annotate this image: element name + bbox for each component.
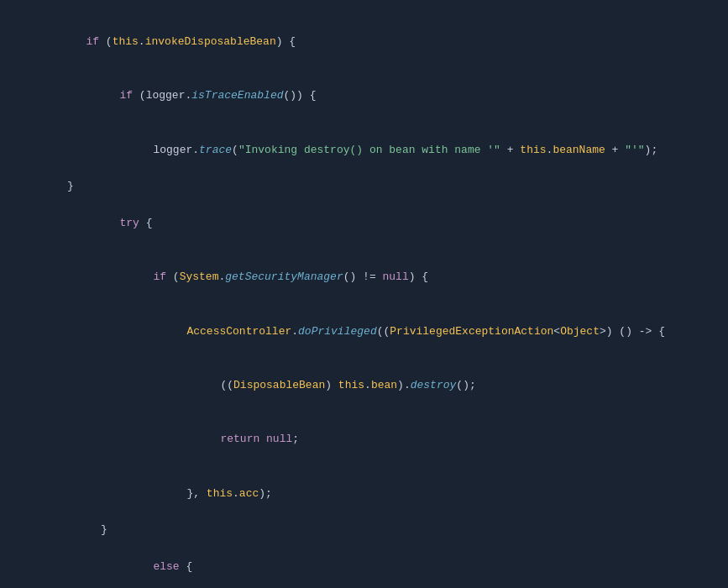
code-line-7: AccessController.doPrivileged((Privilege… bbox=[0, 305, 728, 359]
code-line-5: try { bbox=[0, 197, 728, 250]
code-line-10: }, this.acc); bbox=[0, 467, 728, 521]
code-line-6: if (System.getSecurityManager() != null)… bbox=[0, 250, 728, 304]
code-editor: if (this.invokeDisposableBean) { if (log… bbox=[0, 0, 728, 588]
code-line-4: } bbox=[0, 177, 728, 197]
code-line-3: logger.trace("Invoking destroy() on bean… bbox=[0, 123, 728, 177]
code-line-9: return null; bbox=[0, 413, 728, 467]
code-line-1: if (this.invokeDisposableBean) { bbox=[0, 15, 728, 69]
code-line-12: else { bbox=[0, 540, 728, 588]
code-line-11: } bbox=[0, 521, 728, 540]
code-line-8: ((DisposableBean) this.bean).destroy(); bbox=[0, 359, 728, 412]
code-line-2: if (logger.isTraceEnabled()) { bbox=[0, 69, 728, 123]
